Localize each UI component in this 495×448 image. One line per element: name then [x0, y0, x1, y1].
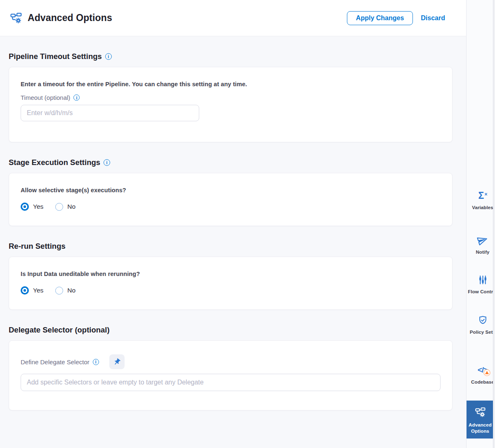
- rerun-card: Is Input Data uneditable when rerunning?…: [9, 257, 453, 310]
- delegate-heading-row: Delegate Selector (optional): [9, 325, 453, 335]
- radio-label: No: [67, 287, 75, 294]
- sliders-icon: [467, 274, 493, 286]
- radio-label: Yes: [33, 203, 43, 210]
- rerun-question: Is Input Data uneditable when rerunning?: [21, 271, 441, 277]
- stage-execution-radio-group: Yes No: [21, 203, 441, 213]
- stage-execution-no-option[interactable]: No: [55, 203, 75, 211]
- rerun-radio-group: Yes No: [21, 286, 441, 297]
- rail-item-label: Policy Sets: [467, 329, 493, 335]
- pipeline-timeout-card: Enter a timeout for the entire Pipeline.…: [9, 67, 453, 142]
- pin-button[interactable]: [109, 354, 125, 369]
- radio-selected-icon[interactable]: [21, 203, 29, 211]
- rail-item-label: Flow Control: [467, 289, 493, 295]
- code-warning-icon: </>: [467, 364, 493, 376]
- delegate-label-row: Define Delegate Selector: [21, 354, 441, 369]
- header-actions: Apply Changes Discard: [347, 11, 457, 25]
- rail-item-label: Notify: [467, 249, 493, 255]
- info-icon[interactable]: [73, 94, 80, 101]
- pipeline-timeout-heading-row: Pipeline Timeout Settings: [9, 52, 453, 61]
- page-header: Advanced Options Apply Changes Discard: [0, 0, 467, 36]
- advanced-options-page: Advanced Options Apply Changes Discard P…: [0, 0, 495, 448]
- stage-execution-question: Allow selective stage(s) executions?: [21, 187, 441, 193]
- paper-plane-icon: [467, 234, 493, 246]
- settings-content: Pipeline Timeout Settings Enter a timeou…: [0, 36, 467, 448]
- right-rail: Σ× Variables Notify Flow Control: [466, 0, 493, 448]
- rerun-yes-option[interactable]: Yes: [21, 286, 43, 295]
- pin-icon: [111, 356, 123, 368]
- rerun-heading: Re-run Settings: [9, 242, 66, 251]
- rerun-heading-row: Re-run Settings: [9, 242, 453, 251]
- rail-item-label: Variables: [467, 205, 493, 211]
- radio-unselected-icon[interactable]: [55, 287, 63, 295]
- info-icon[interactable]: [104, 159, 110, 166]
- pipeline-timeout-heading: Pipeline Timeout Settings: [9, 52, 102, 61]
- rerun-no-option[interactable]: No: [55, 287, 75, 295]
- timeout-input[interactable]: [21, 105, 199, 121]
- radio-label: Yes: [33, 287, 43, 294]
- discard-button[interactable]: Discard: [421, 14, 445, 22]
- timeout-field-label: Timeout (optional): [21, 94, 70, 101]
- stage-execution-card: Allow selective stage(s) executions? Yes…: [9, 173, 453, 226]
- rail-item-label: Codebase: [467, 379, 493, 385]
- page-title: Advanced Options: [28, 12, 112, 24]
- rail-item-policy-sets[interactable]: Policy Sets: [467, 314, 493, 335]
- apply-changes-button[interactable]: Apply Changes: [347, 11, 413, 25]
- rail-item-notify[interactable]: Notify: [467, 234, 493, 255]
- timeout-description: Enter a timeout for the entire Pipeline.…: [21, 81, 441, 87]
- stage-execution-yes-option[interactable]: Yes: [21, 203, 43, 211]
- shield-check-icon: [467, 314, 493, 326]
- rail-item-variables[interactable]: Σ× Variables: [467, 189, 493, 211]
- delegate-card: Define Delegate Selector: [9, 340, 453, 410]
- right-edge-strip: [493, 0, 495, 448]
- delegate-field-label: Define Delegate Selector: [21, 358, 90, 365]
- rail-item-codebase[interactable]: </> Codebase: [467, 364, 493, 385]
- delegate-selector-input[interactable]: [21, 374, 441, 391]
- rail-item-flow-control[interactable]: Flow Control: [467, 274, 493, 295]
- rail-item-advanced-options[interactable]: Advanced Options: [467, 401, 493, 439]
- flowchart-gear-icon: [10, 12, 22, 24]
- delegate-heading: Delegate Selector (optional): [9, 325, 110, 335]
- stage-execution-heading: Stage Execution Settings: [9, 158, 100, 167]
- radio-label: No: [67, 203, 75, 210]
- radio-unselected-icon[interactable]: [55, 203, 63, 211]
- radio-selected-icon[interactable]: [21, 286, 29, 295]
- info-icon[interactable]: [93, 359, 99, 365]
- info-icon[interactable]: [105, 53, 112, 60]
- stage-execution-heading-row: Stage Execution Settings: [9, 158, 453, 167]
- sigma-x-icon: Σ×: [467, 189, 493, 202]
- flowchart-gear-icon: [467, 406, 493, 418]
- rail-item-label: Advanced Options: [467, 422, 493, 434]
- timeout-label-row: Timeout (optional): [21, 94, 441, 101]
